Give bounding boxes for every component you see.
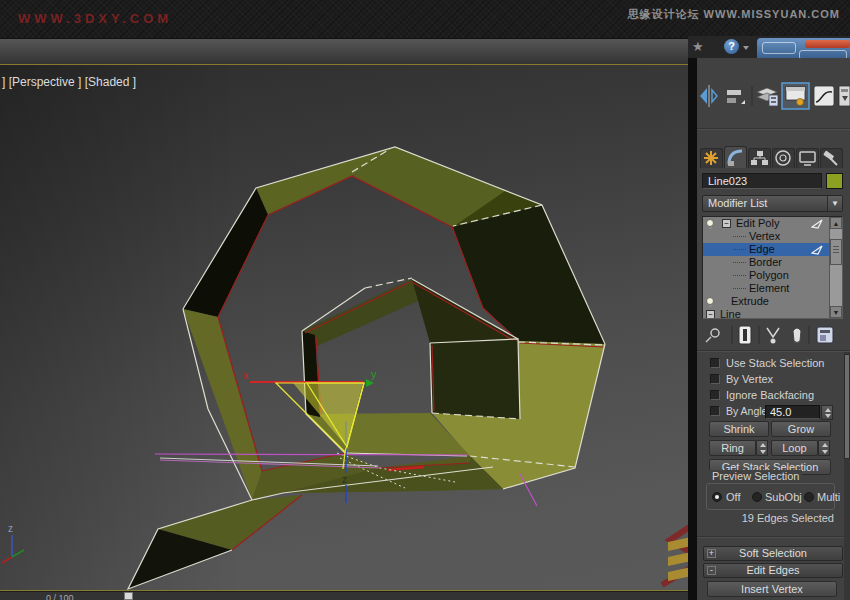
favorites-star-icon[interactable]: ★ xyxy=(692,39,704,54)
subobj-arrow-icon xyxy=(811,245,824,255)
show-end-result-icon[interactable] xyxy=(739,326,751,344)
insert-vertex-button[interactable]: Insert Vertex xyxy=(707,581,837,597)
stack-row-polygon[interactable]: Polygon xyxy=(703,269,842,282)
by-angle-input[interactable]: 45.0 xyxy=(765,405,820,419)
ring-spinner[interactable] xyxy=(756,440,768,456)
main-toolbar-icons xyxy=(697,82,850,110)
expand-icon[interactable]: − xyxy=(706,310,715,319)
stack-scrollbar[interactable]: ▲ ▼ xyxy=(829,217,842,318)
scroll-down-icon: ▼ xyxy=(830,306,842,318)
infocenter-bar xyxy=(757,38,850,58)
tripod-z-label: z xyxy=(8,523,13,534)
stack-toolbar xyxy=(699,323,848,347)
object-name-field[interactable]: Line023 xyxy=(702,173,822,189)
tab-modify[interactable] xyxy=(724,146,747,168)
viewport-panel-divider[interactable] xyxy=(688,58,697,600)
preview-selection-title: Preview Selection xyxy=(709,470,802,482)
tab-display[interactable] xyxy=(796,148,819,168)
bulb-icon[interactable] xyxy=(706,219,714,227)
timeline-range-label: 0 / 100 xyxy=(46,593,74,600)
by-angle-spinner[interactable] xyxy=(821,405,833,420)
object-color-swatch[interactable] xyxy=(826,173,843,189)
subobj-arrow-icon xyxy=(811,219,824,229)
expand-plus-icon[interactable]: + xyxy=(707,549,716,558)
tab-create[interactable] xyxy=(700,148,723,168)
collapse-minus-icon[interactable]: - xyxy=(707,566,716,575)
checkbox xyxy=(710,406,720,416)
watermark-3dxy: WWW.3DXY.COM xyxy=(18,11,172,26)
rollout-edit-edges[interactable]: - Edit Edges xyxy=(703,563,843,578)
curve-editor-icon[interactable] xyxy=(782,83,809,109)
watermark-missyuan: 思缘设计论坛 WWW.MISSYUAN.COM xyxy=(628,7,840,22)
axis-x-label: x xyxy=(243,369,249,381)
infocenter-segment xyxy=(799,50,847,58)
pin-stack-icon[interactable] xyxy=(706,329,719,342)
infocenter-red-segment xyxy=(805,40,850,48)
align-icon[interactable] xyxy=(727,90,745,104)
help-dropdown-arrow-icon[interactable] xyxy=(743,46,749,50)
mirror-icon[interactable] xyxy=(700,85,717,107)
selection-status: 19 Edges Selected xyxy=(742,512,834,524)
tab-hierarchy[interactable] xyxy=(748,148,771,168)
stack-row-extrude[interactable]: Extrude xyxy=(703,295,842,308)
titlebar-right-row: ★ ? xyxy=(688,36,850,58)
collapse-icon[interactable]: − xyxy=(722,219,731,228)
stack-row-edge[interactable]: Edge xyxy=(703,243,842,256)
tab-motion[interactable] xyxy=(772,148,795,168)
make-unique-icon[interactable] xyxy=(767,328,779,344)
axis-y-label: y xyxy=(371,368,377,380)
help-icon[interactable]: ? xyxy=(724,39,739,54)
scroll-up-icon: ▲ xyxy=(830,217,842,229)
configure-modifier-sets-icon[interactable] xyxy=(817,327,833,343)
loop-button[interactable]: Loop xyxy=(771,440,818,456)
rollout-soft-selection[interactable]: + Soft Selection xyxy=(703,546,843,561)
layers-icon[interactable] xyxy=(757,88,778,106)
stack-row-border[interactable]: Border xyxy=(703,256,842,269)
grow-button[interactable]: Grow xyxy=(771,421,831,437)
mesh-faces xyxy=(128,147,605,589)
modifier-list-dropdown[interactable]: Modifier List ▼ xyxy=(702,195,843,212)
time-slider-handle[interactable] xyxy=(124,592,133,600)
stack-row-editpoly[interactable]: − Edit Poly xyxy=(703,217,842,230)
radio-subobj[interactable] xyxy=(752,492,762,502)
shrink-button[interactable]: Shrink xyxy=(709,421,769,437)
checkbox xyxy=(710,390,720,400)
checkbox xyxy=(710,374,720,384)
stack-row-vertex[interactable]: Vertex xyxy=(703,230,842,243)
command-panel: Line023 Modifier List ▼ − Edit Poly Vert… xyxy=(697,58,850,600)
world-axis-tripod: z xyxy=(2,523,24,563)
modifier-list-label: Modifier List xyxy=(708,197,767,209)
panel-scrollbar[interactable] xyxy=(844,352,850,600)
radio-off[interactable] xyxy=(712,492,722,502)
stack-row-line[interactable]: − Line xyxy=(703,308,842,319)
track-bar[interactable]: 0 / 100 xyxy=(0,592,688,600)
modifier-list-arrow-icon[interactable]: ▼ xyxy=(827,196,842,211)
bulb-icon[interactable] xyxy=(706,297,714,305)
stack-row-element[interactable]: Element xyxy=(703,282,842,295)
schematic-view-icon[interactable] xyxy=(839,86,850,106)
infocenter-segment xyxy=(762,42,796,54)
checkbox xyxy=(710,358,720,368)
radio-multi[interactable] xyxy=(804,492,814,502)
remove-modifier-icon[interactable] xyxy=(793,328,801,343)
curve-graph-icon[interactable] xyxy=(814,86,834,106)
modifier-stack[interactable]: − Edit Poly Vertex Edge Border Polygon E… xyxy=(702,216,843,319)
axis-z-label: z xyxy=(342,474,347,485)
command-panel-tabs xyxy=(699,146,848,168)
tab-utilities[interactable] xyxy=(820,148,843,168)
loop-spinner[interactable] xyxy=(818,440,830,456)
ring-button[interactable]: Ring xyxy=(709,440,756,456)
panel-scrollbar-thumb[interactable] xyxy=(844,354,850,459)
scrollbar-thumb[interactable] xyxy=(830,239,842,265)
